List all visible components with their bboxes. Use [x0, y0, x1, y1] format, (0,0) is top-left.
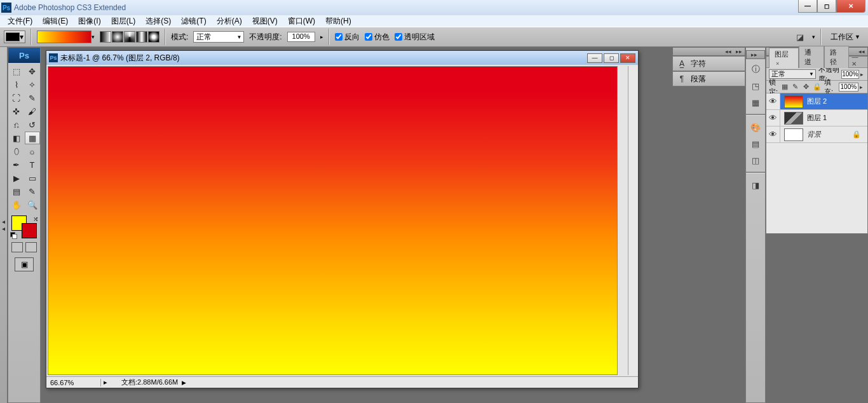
- tab-channels[interactable]: 通道: [799, 46, 824, 68]
- zoom-level[interactable]: 66.67%: [46, 379, 101, 386]
- info-panel-icon[interactable]: ▦: [749, 96, 763, 109]
- lock-pixels-icon[interactable]: ✎: [791, 83, 800, 92]
- slice-tool[interactable]: ✎: [25, 92, 40, 104]
- color-panel-icon[interactable]: 🎨: [749, 121, 763, 133]
- navigator-panel-icon[interactable]: ⓘ: [749, 63, 763, 76]
- lock-transparency-icon[interactable]: ▦: [780, 83, 789, 92]
- gradient-linear-button[interactable]: [100, 31, 111, 43]
- menu-file[interactable]: 文件(F): [3, 16, 37, 27]
- type-tool[interactable]: T: [25, 158, 40, 171]
- fill-flyout-icon[interactable]: ▸: [860, 84, 865, 90]
- eraser-tool[interactable]: ◧: [9, 132, 24, 144]
- tab-paths[interactable]: 路径: [824, 46, 850, 68]
- lasso-tool[interactable]: ⌇: [9, 78, 24, 91]
- visibility-toggle-icon[interactable]: 👁: [766, 126, 780, 142]
- gradient-radial-button[interactable]: [112, 31, 123, 43]
- layers-collapse-icon[interactable]: ◨: [749, 179, 763, 191]
- tool-preset-picker[interactable]: ▾: [4, 31, 25, 43]
- quick-mask-button[interactable]: [25, 242, 37, 252]
- move-tool[interactable]: ⬚: [9, 65, 24, 78]
- doc-size: 2.88M/6.66M: [137, 378, 178, 386]
- character-panel-tab[interactable]: A̲ 字符: [672, 56, 745, 71]
- path-selection-tool[interactable]: ▶: [9, 172, 24, 184]
- layer-row[interactable]: 👁 图层 2: [766, 93, 867, 110]
- background-color[interactable]: [22, 223, 37, 238]
- menu-window[interactable]: 窗口(W): [283, 16, 320, 27]
- document-minimize-button[interactable]: —: [587, 53, 602, 63]
- blur-tool[interactable]: ⬯: [9, 145, 24, 158]
- layer-name[interactable]: 图层 2: [807, 97, 827, 106]
- gradient-preview[interactable]: [37, 31, 92, 43]
- gradient-tool[interactable]: ▦: [25, 132, 40, 144]
- pen-tool[interactable]: ✒: [9, 158, 24, 171]
- canvas[interactable]: [48, 66, 618, 375]
- paragraph-panel-tab[interactable]: ¶ 段落: [672, 71, 745, 86]
- gradient-reflected-button[interactable]: [136, 31, 147, 43]
- menu-layer[interactable]: 图层(L): [106, 16, 141, 27]
- opacity-flyout-icon[interactable]: ▸: [860, 71, 865, 78]
- opacity-input[interactable]: 100%: [287, 32, 315, 42]
- layer-name[interactable]: 背景: [807, 130, 821, 139]
- eyedropper-tool[interactable]: ✎: [25, 185, 40, 198]
- screen-mode-button[interactable]: ▣: [15, 257, 34, 271]
- visibility-toggle-icon[interactable]: 👁: [766, 93, 780, 109]
- lock-position-icon[interactable]: ✥: [802, 83, 811, 92]
- transparency-checkbox[interactable]: 透明区域: [395, 32, 435, 43]
- gradient-angle-button[interactable]: [124, 31, 135, 43]
- default-colors-icon[interactable]: [10, 232, 17, 238]
- magic-wand-tool[interactable]: ✧: [25, 78, 40, 91]
- healing-brush-tool[interactable]: ✜: [9, 105, 24, 118]
- brush-tool[interactable]: 🖌: [25, 105, 40, 118]
- clone-stamp-tool[interactable]: ⎌: [9, 118, 24, 131]
- fill-input[interactable]: 100%: [839, 83, 858, 92]
- visibility-toggle-icon[interactable]: 👁: [766, 110, 780, 126]
- histogram-panel-icon[interactable]: ◳: [749, 79, 763, 92]
- menu-help[interactable]: 帮助(H): [320, 16, 356, 27]
- menu-select[interactable]: 选择(S): [140, 16, 176, 27]
- history-brush-tool[interactable]: ↺: [25, 118, 40, 131]
- menu-image[interactable]: 图像(I): [73, 16, 105, 27]
- menu-edit[interactable]: 编辑(E): [37, 16, 73, 27]
- notes-tool[interactable]: ▤: [9, 185, 24, 198]
- shape-tool[interactable]: ▭: [25, 172, 40, 184]
- layer-name[interactable]: 图层 1: [807, 113, 827, 123]
- window-close-button[interactable]: ✕: [836, 0, 865, 13]
- layer-blend-mode-combo[interactable]: 正常: [769, 69, 816, 79]
- layer-thumbnail[interactable]: [784, 112, 803, 125]
- menu-filter[interactable]: 滤镜(T): [176, 16, 211, 27]
- gradient-diamond-button[interactable]: [148, 31, 159, 43]
- blend-mode-combo[interactable]: 正常: [193, 31, 244, 43]
- workspace-menu[interactable]: 工作区 ▼: [827, 31, 864, 43]
- styles-panel-icon[interactable]: ◫: [749, 154, 763, 167]
- lock-all-icon[interactable]: 🔒: [813, 83, 822, 92]
- menu-view[interactable]: 视图(V): [247, 16, 283, 27]
- document-close-button[interactable]: ✕: [620, 53, 635, 63]
- layer-thumbnail[interactable]: [784, 95, 803, 108]
- crop-tool[interactable]: ⛶: [9, 92, 24, 104]
- document-titlebar[interactable]: Ps 未标题-1 @ 66.7% (图层 2, RGB/8) — ◻ ✕: [46, 51, 638, 65]
- status-play-icon[interactable]: ▸: [101, 378, 110, 386]
- dock-header-left[interactable]: ◂◂ ▸▸: [672, 47, 745, 56]
- menu-analysis[interactable]: 分析(A): [212, 16, 247, 27]
- dock-header-icons[interactable]: ▸▸: [746, 50, 765, 59]
- swatches-panel-icon[interactable]: ▤: [749, 137, 763, 150]
- dither-checkbox[interactable]: 仿色: [365, 32, 390, 43]
- hand-tool[interactable]: ✋: [9, 198, 24, 211]
- swap-colors-icon[interactable]: ⤭: [33, 215, 38, 222]
- vertical-scrollbar[interactable]: [628, 66, 638, 375]
- standard-mode-button[interactable]: [11, 242, 23, 252]
- tab-layers[interactable]: 图层×: [769, 48, 799, 68]
- reverse-checkbox[interactable]: 反向: [335, 32, 360, 43]
- color-swatches[interactable]: ⤭: [10, 215, 38, 238]
- dodge-tool[interactable]: ☼: [25, 145, 40, 158]
- marquee-tool[interactable]: ✥: [25, 65, 40, 78]
- window-minimize-button[interactable]: —: [798, 0, 817, 13]
- layer-row[interactable]: 👁 图层 1: [766, 110, 867, 126]
- window-maximize-button[interactable]: ◻: [817, 0, 836, 13]
- zoom-tool[interactable]: 🔍: [25, 198, 40, 211]
- status-menu-icon[interactable]: ▶: [182, 379, 186, 386]
- go-to-bridge-icon[interactable]: ◪: [793, 31, 807, 43]
- document-maximize-button[interactable]: ◻: [604, 53, 619, 63]
- layer-row[interactable]: 👁 背景 🔒: [766, 126, 867, 143]
- layer-thumbnail[interactable]: [784, 128, 803, 141]
